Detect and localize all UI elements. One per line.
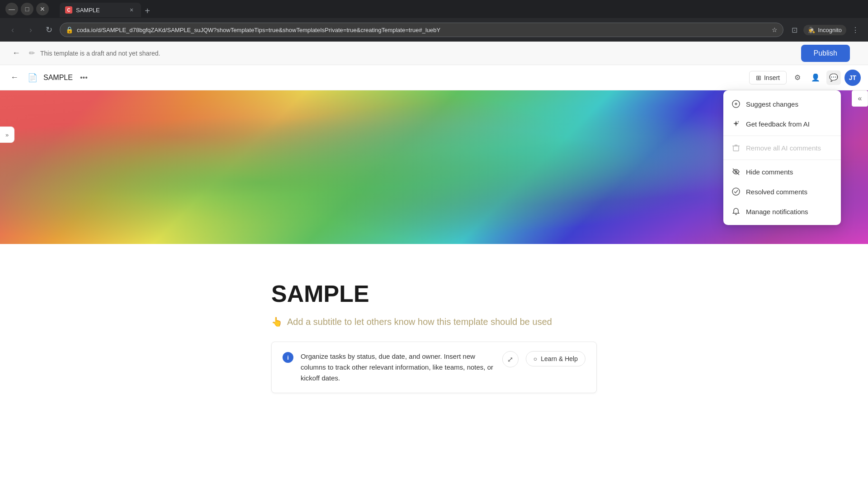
svg-rect-1 xyxy=(733,146,739,151)
info-box-text: Organize tasks by status, due date, and … xyxy=(301,351,495,384)
doc-toolbar-actions: ⊞ Insert ⚙ 👤 💬 JT xyxy=(749,70,861,86)
document-body: SAMPLE 👆 Add a subtitle to let others kn… xyxy=(108,244,760,411)
refresh-button[interactable]: ↻ xyxy=(42,23,56,37)
user-avatar-button[interactable]: JT xyxy=(844,70,861,86)
incognito-badge: 🕵 Incognito xyxy=(803,25,846,35)
get-feedback-ai-item[interactable]: Get feedback from AI xyxy=(723,114,841,134)
lock-icon: 🔒 xyxy=(66,26,73,33)
avatar-initials: JT xyxy=(849,74,856,81)
active-tab[interactable]: C SAMPLE × xyxy=(60,3,141,17)
insert-button[interactable]: ⊞ Insert xyxy=(749,71,787,84)
collapse-chevron-icon: « xyxy=(858,94,862,103)
draft-banner: ← ✏ This template is a draft and not yet… xyxy=(0,42,868,65)
info-box: i Organize tasks by status, due date, an… xyxy=(271,342,597,393)
tab-title: SAMPLE xyxy=(76,7,124,14)
back-nav-button[interactable]: ‹ xyxy=(5,23,20,37)
resolved-comments-label: Resolved comments xyxy=(746,188,807,196)
settings-gear-icon: ⚙ xyxy=(794,73,801,82)
window-controls: — □ ✕ xyxy=(5,3,49,15)
close-button[interactable]: ✕ xyxy=(36,3,49,15)
new-tab-button[interactable]: + xyxy=(141,5,154,17)
publish-button[interactable]: Publish xyxy=(801,45,850,62)
sidebar-toggle-button[interactable]: » xyxy=(0,127,14,143)
pencil-icon: ✏ xyxy=(29,49,35,57)
doc-toolbar: ← 📄 SAMPLE ••• ⊞ Insert ⚙ 👤 💬 JT xyxy=(0,65,868,90)
bell-icon xyxy=(731,207,741,216)
draft-banner-text: This template is a draft and not yet sha… xyxy=(40,50,796,57)
menu-separator-1 xyxy=(723,136,841,136)
expand-button[interactable]: ⤢ xyxy=(502,351,519,367)
doc-more-button[interactable]: ••• xyxy=(77,72,90,84)
subtitle-text: Add a subtitle to let others know how th… xyxy=(287,317,552,327)
settings-button[interactable]: ⚙ xyxy=(790,70,805,85)
browser-menu-button[interactable]: ⋮ xyxy=(848,23,863,37)
tab-close-button[interactable]: × xyxy=(127,6,136,14)
browser-chrome: — □ ✕ C SAMPLE × + ‹ › ↻ 🔒 coda.io/d/SAM… xyxy=(0,0,868,42)
incognito-label: Incognito xyxy=(818,27,842,33)
doc-back-button[interactable]: ← xyxy=(7,70,22,85)
comments-dropdown-menu: Suggest changes Get feedback from AI xyxy=(723,90,841,225)
users-icon: 👤 xyxy=(811,73,820,82)
browser-toolbar-actions: ⊡ 🕵 Incognito ⋮ xyxy=(787,23,863,37)
expand-arrows-icon: ⤢ xyxy=(507,355,513,364)
doc-file-icon: 📄 xyxy=(26,71,39,84)
insert-label: Insert xyxy=(764,74,780,81)
subtitle-emoji: 👆 xyxy=(271,316,283,327)
manage-notifications-label: Manage notifications xyxy=(746,208,808,216)
learn-help-button[interactable]: ○ Learn & Help xyxy=(526,351,585,366)
remove-ai-comments-item: Remove all AI comments xyxy=(723,138,841,158)
app-container: ← ✏ This template is a draft and not yet… xyxy=(0,42,868,488)
browser-toolbar: ‹ › ↻ 🔒 coda.io/d/SAMPLE_d78bgfqZAKd/SAM… xyxy=(0,18,868,42)
learn-help-label: Learn & Help xyxy=(541,355,578,362)
learn-help-icon: ○ xyxy=(533,355,537,362)
ai-sparkle-icon xyxy=(731,119,741,128)
hide-comments-label: Hide comments xyxy=(746,168,793,176)
incognito-icon: 🕵 xyxy=(808,27,815,33)
get-feedback-ai-label: Get feedback from AI xyxy=(746,120,810,128)
doc-title-label: SAMPLE xyxy=(43,74,73,82)
extensions-button[interactable]: ⊡ xyxy=(787,23,802,37)
comment-dropdown-button[interactable]: 💬 xyxy=(826,70,841,85)
forward-nav-button[interactable]: › xyxy=(24,23,38,37)
tab-bar: C SAMPLE × + xyxy=(56,1,157,17)
eye-off-icon xyxy=(731,167,741,176)
trash-icon xyxy=(731,143,741,152)
collapse-panel-button[interactable]: « xyxy=(852,90,868,107)
manage-notifications-item[interactable]: Manage notifications xyxy=(723,202,841,221)
suggest-changes-label: Suggest changes xyxy=(746,100,798,108)
url-text: coda.io/d/SAMPLE_d78bgfqZAKd/SAMPLE_suJQ… xyxy=(77,27,768,33)
document-title: SAMPLE xyxy=(271,280,597,307)
minimize-button[interactable]: — xyxy=(5,3,18,15)
info-circle-icon: i xyxy=(283,352,293,363)
tab-favicon: C xyxy=(65,6,72,14)
insert-grid-icon: ⊞ xyxy=(756,74,761,81)
comment-bubble-icon: 💬 xyxy=(829,73,838,82)
svg-point-4 xyxy=(732,188,740,195)
banner-back-button[interactable]: ← xyxy=(9,46,24,61)
remove-ai-comments-label: Remove all AI comments xyxy=(746,144,821,152)
hide-comments-item[interactable]: Hide comments xyxy=(723,162,841,182)
menu-separator-2 xyxy=(723,160,841,160)
address-bar[interactable]: 🔒 coda.io/d/SAMPLE_d78bgfqZAKd/SAMPLE_su… xyxy=(60,23,783,37)
share-users-button[interactable]: 👤 xyxy=(808,70,823,85)
browser-titlebar: — □ ✕ C SAMPLE × + xyxy=(0,0,868,18)
maximize-button[interactable]: □ xyxy=(21,3,33,15)
suggest-icon xyxy=(731,99,741,108)
resolved-comments-item[interactable]: Resolved comments xyxy=(723,182,841,202)
star-icon: ☆ xyxy=(772,26,778,33)
suggest-changes-item[interactable]: Suggest changes xyxy=(723,94,841,114)
document-subtitle: 👆 Add a subtitle to let others know how … xyxy=(271,316,597,327)
check-circle-icon xyxy=(731,187,741,196)
